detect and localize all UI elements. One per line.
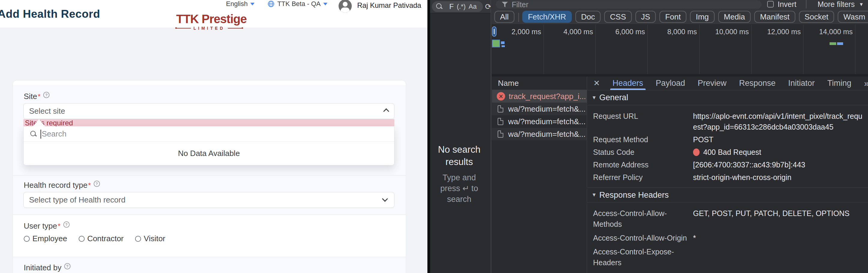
- details-tab[interactable]: Headers: [613, 76, 643, 90]
- globe-icon: [268, 0, 275, 7]
- timeline-bar[interactable]: [830, 42, 836, 45]
- type-filter-pill[interactable]: Fetch/XHR: [522, 11, 572, 23]
- request-row[interactable]: ✕ track_request?app_i...: [492, 90, 587, 103]
- regex-toggle-icon[interactable]: (.*): [457, 3, 466, 10]
- radio-label: Employee: [32, 234, 67, 243]
- details-tab[interactable]: Response: [739, 76, 776, 90]
- type-filter-label: Manifest: [760, 12, 789, 22]
- site-select[interactable]: Select site: [23, 103, 394, 119]
- network-timeline[interactable]: 2,000 ms 4,000 ms 6,000 ms 8,000 ms 10,0…: [492, 25, 868, 74]
- help-icon[interactable]: ?: [63, 221, 70, 228]
- radio-icon[interactable]: [79, 236, 85, 242]
- search-icon: [30, 131, 37, 137]
- type-filter-pill[interactable]: Doc: [576, 11, 600, 23]
- type-filter-pill[interactable]: Manifest: [754, 11, 795, 23]
- header-row: Access-Control-Expose-Headers: [593, 246, 868, 268]
- chevron-up-icon: [383, 108, 389, 114]
- details-tab[interactable]: Timing: [828, 76, 851, 90]
- header-value: *: [693, 233, 866, 243]
- avatar[interactable]: [339, 0, 352, 12]
- text-cursor: [40, 130, 41, 139]
- header-value: POST: [693, 134, 866, 145]
- close-icon[interactable]: ✕: [593, 78, 600, 88]
- user-type-options: Employee Contractor Visitor: [24, 234, 165, 243]
- timeline-tick: 10,000 ms: [700, 25, 751, 74]
- search-placeholder: Search: [42, 129, 66, 139]
- help-icon[interactable]: ?: [94, 181, 100, 187]
- language-label: English: [226, 0, 248, 8]
- details-tab[interactable]: Payload: [656, 76, 685, 90]
- form-card: Site*? Select site Site is required Sear…: [12, 80, 406, 273]
- details-tab[interactable]: Initiator: [788, 76, 815, 90]
- invert-checkbox[interactable]: [767, 1, 774, 7]
- disclosure-triangle-icon: ▼: [592, 192, 597, 198]
- radio-option[interactable]: Visitor: [135, 234, 165, 243]
- request-name: wa/?medium=fetch&...: [508, 130, 586, 139]
- timeline-selection-handle[interactable]: [492, 26, 496, 37]
- refresh-icon[interactable]: ⟳: [485, 2, 491, 11]
- chevron-down-icon: [382, 196, 388, 202]
- type-filter-pill[interactable]: All: [494, 11, 515, 23]
- site-dropdown-search[interactable]: Search: [24, 126, 394, 142]
- tab-overflow-icon[interactable]: »: [864, 78, 868, 89]
- timeline-bar-selected[interactable]: [492, 40, 500, 47]
- details-tab-label: Headers: [613, 78, 643, 88]
- tenant-selector[interactable]: TTK Beta - QA: [268, 0, 328, 8]
- response-headers-section-header[interactable]: ▼ Response Headers: [587, 187, 868, 203]
- type-filter-pill[interactable]: CSS: [604, 11, 631, 23]
- request-row[interactable]: ✕ wa/?medium=fetch&...: [492, 103, 587, 115]
- filter-icon: [502, 2, 508, 7]
- more-filters-button[interactable]: More filters ▼: [817, 0, 864, 9]
- header-key: Referrer Policy: [593, 172, 693, 183]
- name-column-header[interactable]: Name: [492, 76, 587, 90]
- radio-option[interactable]: Contractor: [79, 234, 124, 243]
- header-row: Request Method POST: [593, 134, 868, 145]
- app-header: Add Health Record TTK Prestige LIMITED E…: [0, 0, 427, 28]
- type-filter-label: Wasm: [843, 12, 865, 22]
- general-section-title: General: [599, 93, 628, 102]
- header-key: Access-Control-Allow-Methods: [593, 208, 693, 230]
- type-filter-label: Doc: [581, 12, 595, 22]
- general-section-header[interactable]: ▼ General: [587, 90, 868, 105]
- network-toolbar: Filter Invert More filters ▼ All Fetch/X…: [492, 0, 868, 25]
- header-value: 400 Bad Request: [693, 147, 866, 158]
- site-label: Site*?: [24, 92, 50, 101]
- required-asterisk: *: [38, 92, 40, 101]
- help-icon[interactable]: ?: [64, 263, 70, 269]
- type-filter-label: Font: [665, 12, 681, 22]
- find-input[interactable]: F (.*) Aa: [432, 1, 483, 12]
- type-filter-pill[interactable]: Img: [690, 11, 714, 23]
- details-tabbar: ✕ Headers Payload Preview Response Initi…: [587, 76, 868, 90]
- header-value: [693, 246, 866, 268]
- chevron-down-icon: [250, 3, 254, 5]
- details-tab-label: Preview: [698, 78, 726, 88]
- radio-icon[interactable]: [135, 236, 141, 242]
- request-row[interactable]: ✕ wa/?medium=fetch&...: [492, 128, 587, 140]
- timeline-bar[interactable]: [501, 45, 505, 47]
- header-value: strict-origin-when-cross-origin: [693, 172, 866, 183]
- site-select-value: Select site: [29, 106, 65, 116]
- request-name: wa/?medium=fetch&...: [508, 117, 586, 126]
- type-filter-pill[interactable]: Font: [659, 11, 686, 23]
- type-filter-pill[interactable]: Wasm: [838, 11, 868, 23]
- match-case-toggle-icon[interactable]: Aa: [468, 3, 476, 10]
- radio-icon[interactable]: [24, 236, 30, 242]
- filter-placeholder: Filter: [512, 0, 529, 9]
- type-filter-label: Img: [696, 12, 709, 22]
- type-filter-pill[interactable]: Media: [718, 11, 751, 23]
- network-filter-input[interactable]: Filter: [496, 0, 762, 9]
- details-tab[interactable]: Preview: [698, 76, 726, 90]
- search-empty-state: No search results Type and press ↵ to se…: [430, 143, 488, 205]
- type-filter-pill[interactable]: Socket: [799, 11, 834, 23]
- language-selector[interactable]: English: [226, 0, 254, 8]
- timeline-bar[interactable]: [837, 42, 843, 45]
- health-record-type-select[interactable]: Select type of Health record: [23, 192, 394, 208]
- health-record-type-label: Health record type*?: [24, 181, 100, 190]
- request-row[interactable]: ✕ wa/?medium=fetch&...: [492, 115, 587, 128]
- devtools-search-panel: F (.*) Aa ⟳ No search results Type and p…: [430, 0, 491, 273]
- help-icon[interactable]: ?: [43, 92, 50, 98]
- timeline-bar[interactable]: [501, 41, 504, 44]
- type-filter-pill[interactable]: JS: [636, 11, 656, 23]
- find-input-value: F: [449, 2, 454, 11]
- radio-option[interactable]: Employee: [24, 234, 67, 243]
